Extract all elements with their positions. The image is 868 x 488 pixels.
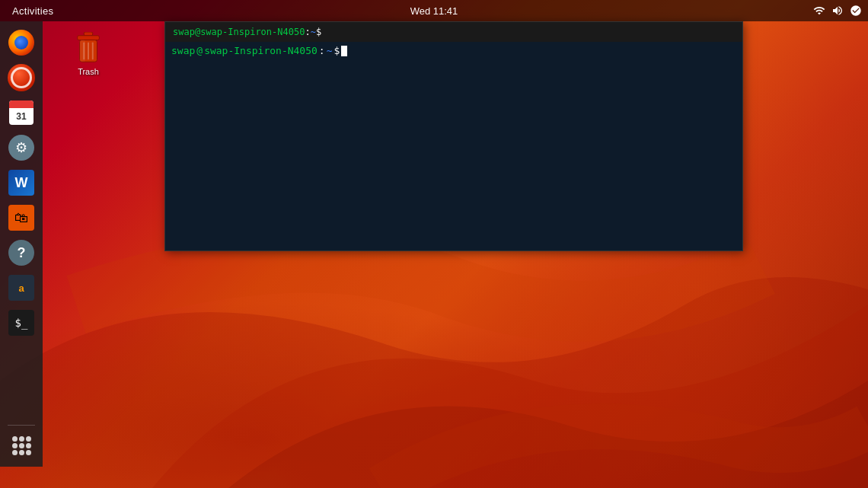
dock-item-app-grid[interactable] (5, 429, 38, 462)
terminal-window[interactable]: swap@swap-Inspiron-N4050:~$ swap@swap-In… (164, 21, 743, 251)
svg-rect-1 (78, 36, 100, 40)
trash-icon[interactable]: Trash (58, 29, 119, 79)
ubuntu-logo-icon (8, 64, 35, 91)
dock-separator (8, 425, 35, 426)
terminal-prompt-line: swap@swap-Inspiron-N4050:~$ (171, 45, 736, 56)
firefox-icon (8, 30, 34, 56)
dock-item-settings[interactable]: ⚙ (5, 131, 38, 164)
trash-can-svg (73, 32, 104, 65)
bottombar (0, 467, 868, 488)
terminal-titlebar: swap@swap-Inspiron-N4050:~$ (165, 22, 742, 42)
dock-item-firefox[interactable] (5, 26, 38, 59)
trash-label: Trash (78, 67, 99, 76)
settings-icon: ⚙ (8, 135, 34, 161)
terminal-title-text: swap@swap-Inspiron-N4050:~$ (173, 27, 321, 37)
volume-icon[interactable] (831, 5, 844, 17)
dock-item-libreoffice[interactable]: W (5, 166, 38, 199)
svg-rect-0 (84, 32, 92, 36)
dock-item-amazon[interactable]: a (5, 271, 38, 305)
amazon-icon: a (8, 275, 34, 301)
terminal-dock-icon: $_ (8, 310, 34, 336)
system-menu-icon[interactable] (850, 5, 862, 17)
libreoffice-icon: W (8, 170, 34, 196)
activities-button[interactable]: Activities (6, 5, 59, 17)
terminal-content[interactable]: swap@swap-Inspiron-N4050:~$ (165, 42, 742, 250)
dock-item-terminal[interactable]: $_ (5, 306, 38, 340)
help-icon: ? (8, 240, 34, 266)
terminal-cursor (341, 46, 347, 56)
wifi-icon[interactable] (813, 5, 825, 17)
topbar-clock[interactable]: Wed 11:41 (410, 5, 458, 17)
dock-item-calendar[interactable]: 31 (5, 96, 38, 129)
dock: 31 ⚙ W 🛍 ? (0, 21, 43, 467)
svg-rect-6 (80, 40, 86, 62)
dock-item-help[interactable]: ? (5, 236, 38, 270)
calendar-icon: 31 (9, 100, 34, 125)
topbar: Activities Wed 11:41 (0, 0, 868, 21)
desktop: Activities Wed 11:41 (0, 0, 868, 488)
app-grid-icon (8, 432, 34, 458)
appstore-icon: 🛍 (8, 205, 34, 231)
dock-item-appstore[interactable]: 🛍 (5, 201, 38, 234)
topbar-right (813, 5, 862, 17)
topbar-left: Activities (6, 5, 59, 17)
dock-item-ubuntu-software[interactable] (5, 61, 38, 94)
